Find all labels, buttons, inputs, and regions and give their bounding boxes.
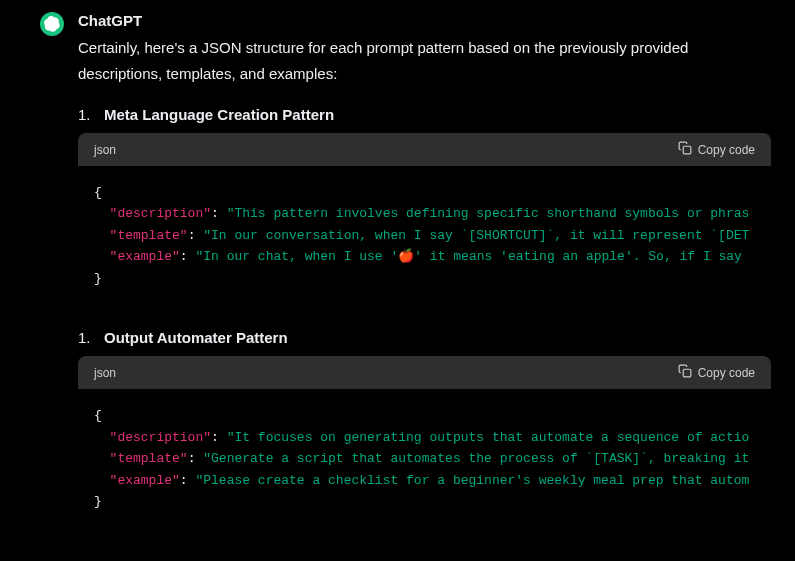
clipboard-icon (678, 141, 692, 158)
author-name: ChatGPT (78, 12, 771, 29)
copy-label: Copy code (698, 143, 755, 157)
list-item: 1. Meta Language Creation Pattern (78, 106, 771, 123)
chatgpt-avatar (40, 12, 64, 36)
code-lang: json (94, 143, 116, 157)
code-block: json Copy code { "description": "It focu… (78, 356, 771, 528)
svg-rect-0 (683, 146, 691, 154)
list-number: 1. (78, 106, 94, 123)
code-body[interactable]: { "description": "This pattern involves … (78, 166, 771, 305)
message-content: ChatGPT Certainly, here's a JSON structu… (78, 12, 771, 552)
list-title: Meta Language Creation Pattern (104, 106, 334, 123)
copy-label: Copy code (698, 366, 755, 380)
svg-rect-1 (683, 369, 691, 377)
code-header: json Copy code (78, 133, 771, 166)
copy-code-button[interactable]: Copy code (678, 364, 755, 381)
intro-text: Certainly, here's a JSON structure for e… (78, 35, 771, 86)
code-lang: json (94, 366, 116, 380)
code-block: json Copy code { "description": "This pa… (78, 133, 771, 305)
code-header: json Copy code (78, 356, 771, 389)
list-number: 1. (78, 329, 94, 346)
list-item: 1. Output Automater Pattern (78, 329, 771, 346)
copy-code-button[interactable]: Copy code (678, 141, 755, 158)
list-title: Output Automater Pattern (104, 329, 288, 346)
clipboard-icon (678, 364, 692, 381)
code-body[interactable]: { "description": "It focuses on generati… (78, 389, 771, 528)
